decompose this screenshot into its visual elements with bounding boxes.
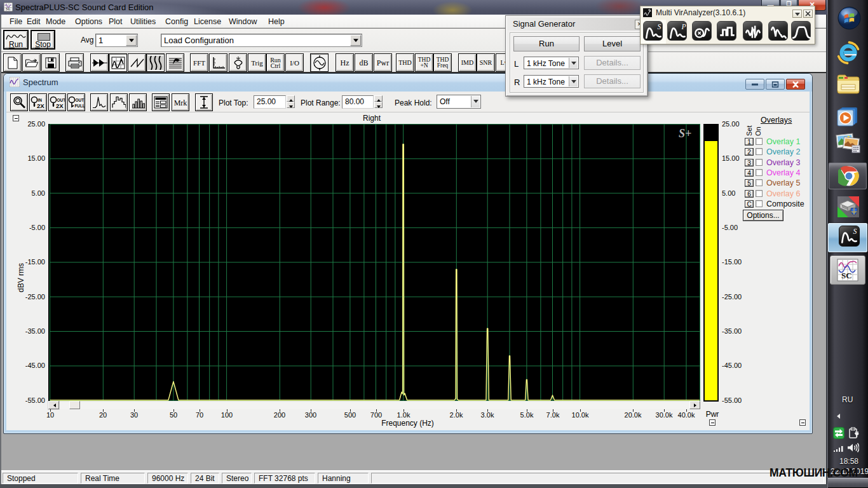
svg-text:OUT: OUT [76,98,85,102]
svg-text:FULL: FULL [75,104,85,108]
svg-text:2X: 2X [56,102,64,109]
svg-text:OUT: OUT [57,98,65,102]
svg-text:S: S [657,23,661,31]
svg-text:SC: SC [841,271,852,280]
svg-text:P: P [681,23,686,31]
svg-text:S: S [853,227,857,236]
